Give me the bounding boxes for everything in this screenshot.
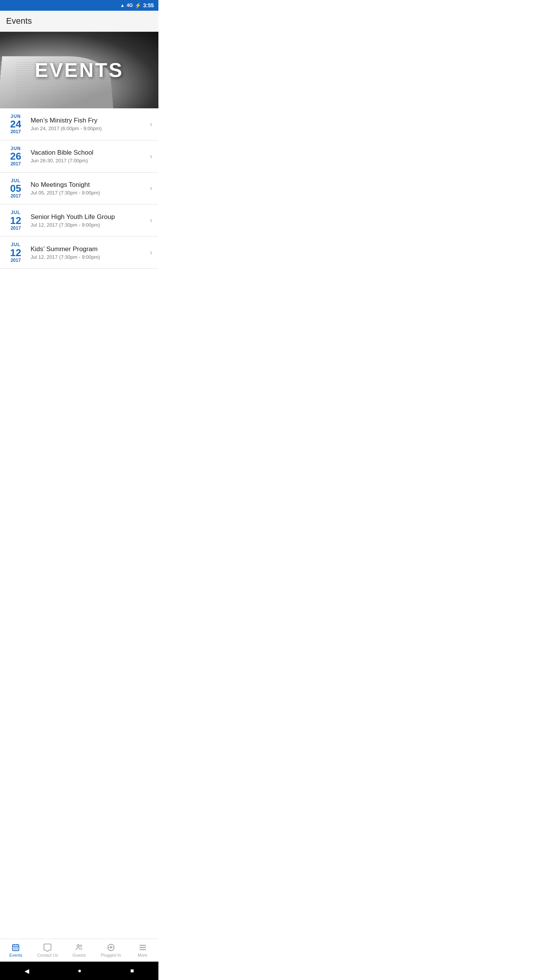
event-date-2: JUL 05 2017 (6, 178, 25, 199)
event-day-1: 26 (10, 151, 21, 161)
event-day-2: 05 (10, 183, 21, 193)
hero-text: EVENTS (35, 59, 124, 82)
event-info-0: Men’s Ministry Fish Fry Jun 24, 2017 (6:… (31, 117, 147, 131)
event-date-4: JUL 12 2017 (6, 242, 25, 263)
event-year-4: 2017 (11, 258, 21, 263)
event-title-2: No Meetings Tonight (31, 181, 147, 189)
event-day-4: 12 (10, 248, 21, 258)
event-datetime-1: Jun 26-30, 2017 (7:00pm) (31, 158, 147, 163)
event-item-3[interactable]: JUL 12 2017 Senior High Youth Life Group… (0, 204, 158, 237)
chevron-icon-3: › (150, 216, 152, 224)
event-item-4[interactable]: JUL 12 2017 Kids’ Summer Program Jul 12,… (0, 237, 158, 269)
signal-icon: ▲ (120, 3, 125, 8)
event-date-0: JUN 24 2017 (6, 114, 25, 135)
event-title-4: Kids’ Summer Program (31, 245, 147, 253)
page-title: Events (6, 16, 152, 26)
status-bar: ▲ 4G ⚡ 3:55 (0, 0, 158, 11)
chevron-icon-1: › (150, 152, 152, 160)
event-date-3: JUL 12 2017 (6, 210, 25, 231)
event-year-0: 2017 (11, 129, 21, 134)
event-year-3: 2017 (11, 225, 21, 231)
event-info-3: Senior High Youth Life Group Jul 12, 201… (31, 213, 147, 228)
event-title-3: Senior High Youth Life Group (31, 213, 147, 221)
event-title-1: Vacation Bible School (31, 149, 147, 157)
event-item-2[interactable]: JUL 05 2017 No Meetings Tonight Jul 05, … (0, 173, 158, 205)
event-year-2: 2017 (11, 193, 21, 199)
event-info-2: No Meetings Tonight Jul 05, 2017 (7:30pm… (31, 181, 147, 196)
events-list: JUN 24 2017 Men’s Ministry Fish Fry Jun … (0, 108, 158, 269)
event-datetime-4: Jul 12, 2017 (7:30pm - 9:00pm) (31, 254, 147, 260)
event-date-1: JUN 26 2017 (6, 146, 25, 167)
event-year-1: 2017 (11, 161, 21, 167)
page-header: Events (0, 11, 158, 32)
event-item-1[interactable]: JUN 26 2017 Vacation Bible School Jun 26… (0, 140, 158, 173)
event-title-0: Men’s Ministry Fish Fry (31, 117, 147, 124)
chevron-icon-2: › (150, 184, 152, 192)
event-item-0[interactable]: JUN 24 2017 Men’s Ministry Fish Fry Jun … (0, 108, 158, 140)
event-datetime-2: Jul 05, 2017 (7:30pm - 9:00pm) (31, 190, 147, 196)
hero-banner: EVENTS (0, 32, 158, 108)
event-info-1: Vacation Bible School Jun 26-30, 2017 (7… (31, 149, 147, 163)
event-datetime-0: Jun 24, 2017 (6:00pm - 9:00pm) (31, 126, 147, 131)
chevron-icon-4: › (150, 248, 152, 256)
event-day-0: 24 (10, 119, 21, 129)
time-display: 3:55 (143, 2, 154, 8)
chevron-icon-0: › (150, 120, 152, 128)
status-icons: ▲ 4G ⚡ 3:55 (120, 2, 154, 8)
battery-icon: ⚡ (135, 2, 141, 8)
event-info-4: Kids’ Summer Program Jul 12, 2017 (7:30p… (31, 245, 147, 260)
signal-label: 4G (127, 3, 133, 8)
event-day-3: 12 (10, 216, 21, 225)
event-datetime-3: Jul 12, 2017 (7:30pm - 9:00pm) (31, 222, 147, 228)
